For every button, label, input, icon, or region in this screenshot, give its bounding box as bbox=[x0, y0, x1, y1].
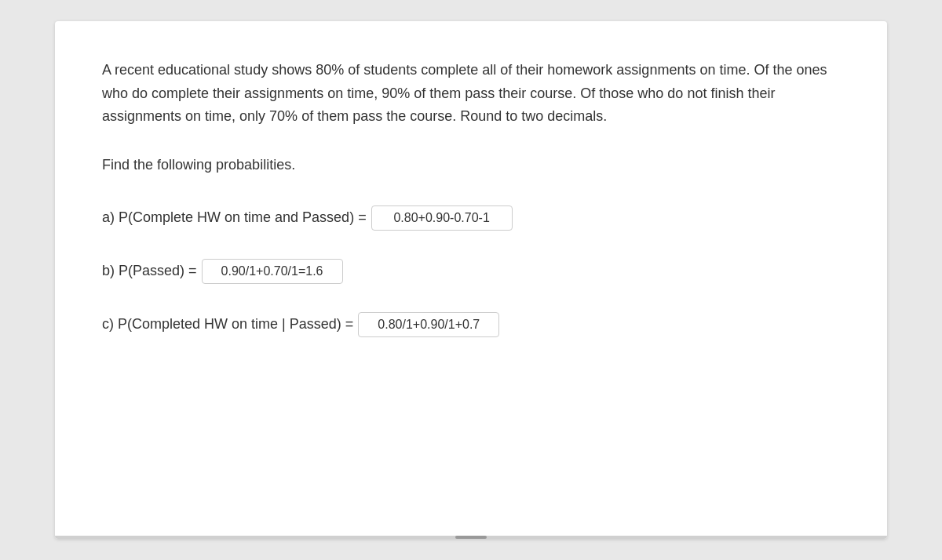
question-row-b: b) P(Passed) = 0.90/1+0.70/1=1.6 bbox=[102, 259, 840, 284]
bottom-bar bbox=[55, 536, 887, 539]
question-b-answer[interactable]: 0.90/1+0.70/1=1.6 bbox=[202, 259, 343, 284]
page-container: A recent educational study shows 80% of … bbox=[55, 21, 887, 539]
question-b-label: b) P(Passed) = bbox=[102, 263, 197, 279]
find-probabilities-label: Find the following probabilities. bbox=[102, 154, 840, 177]
question-a-label: a) P(Complete HW on time and Passed) = bbox=[102, 209, 367, 226]
question-row-a: a) P(Complete HW on time and Passed) = 0… bbox=[102, 205, 840, 231]
question-c-label: c) P(Completed HW on time | Passed) = bbox=[102, 316, 353, 333]
bottom-handle bbox=[455, 536, 487, 539]
question-c-answer[interactable]: 0.80/1+0.90/1+0.7 bbox=[358, 312, 499, 337]
question-row-c: c) P(Completed HW on time | Passed) = 0.… bbox=[102, 312, 840, 337]
problem-text: A recent educational study shows 80% of … bbox=[102, 59, 840, 129]
question-a-answer[interactable]: 0.80+0.90-0.70-1 bbox=[371, 205, 513, 231]
